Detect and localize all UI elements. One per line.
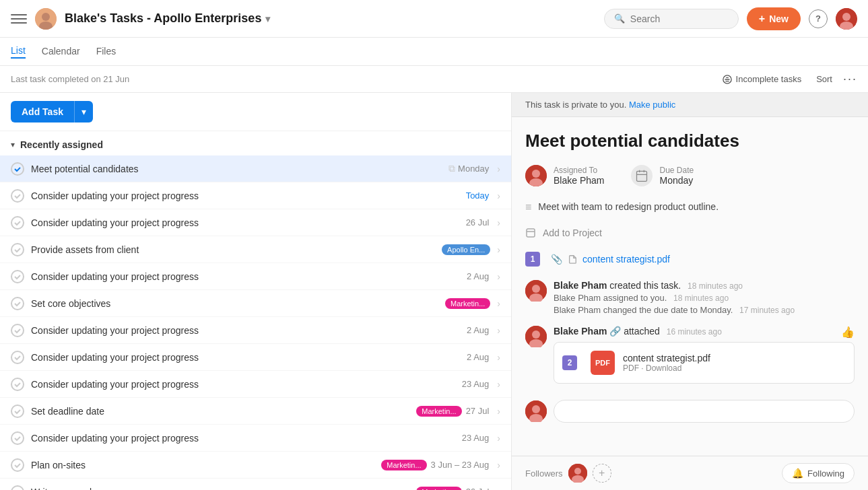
task-date: 26 Jul bbox=[466, 487, 490, 490]
assigned-to-field: Assigned To Blake Pham bbox=[525, 165, 604, 186]
detail-title: Meet potential candidates bbox=[525, 131, 855, 151]
task-date: 2 Aug bbox=[467, 352, 489, 362]
filter-button[interactable]: Incomplete tasks bbox=[723, 74, 802, 84]
task-check-icon[interactable] bbox=[11, 324, 24, 337]
task-row[interactable]: Set core objectives Marketin... › bbox=[0, 290, 511, 317]
check-icon bbox=[13, 461, 22, 469]
svg-rect-11 bbox=[527, 229, 535, 237]
paperclip-icon: 📎 bbox=[551, 254, 562, 265]
task-check-icon[interactable] bbox=[11, 297, 24, 310]
task-row[interactable]: Write proposal Marketin... 26 Jul › bbox=[0, 479, 511, 490]
task-name: Write proposal bbox=[31, 487, 416, 491]
activity-entry: Blake Pham created this task. 18 minutes… bbox=[525, 280, 855, 315]
svg-point-4 bbox=[842, 13, 850, 21]
description-section: ≡ Meet with team to redesign product out… bbox=[525, 200, 855, 214]
activity-content: Blake Pham created this task. 18 minutes… bbox=[554, 280, 855, 315]
task-check-icon[interactable] bbox=[11, 189, 24, 203]
tab-calendar[interactable]: Calendar bbox=[42, 46, 80, 58]
new-button[interactable]: + New bbox=[747, 7, 801, 30]
attachment-card-meta: PDF · Download bbox=[623, 363, 710, 373]
attachment-activity-content: Blake Pham 🔗 attached 16 minutes ago 👍 2… bbox=[554, 326, 855, 384]
task-row[interactable]: Set deadline date Marketin... 27 Jul › bbox=[0, 398, 511, 425]
search-box[interactable]: 🔍 bbox=[604, 9, 739, 29]
task-row[interactable]: Consider updating your project progress … bbox=[0, 344, 511, 371]
file-icon bbox=[568, 254, 577, 264]
svg-rect-10 bbox=[637, 171, 647, 181]
task-date: 27 Jul bbox=[466, 406, 490, 416]
add-task-label: Add Task bbox=[22, 106, 63, 117]
assignee-row: Assigned To Blake Pham Due Date Monday bbox=[525, 165, 855, 186]
attachment-card-info: content strategist.pdf PDF · Download bbox=[623, 353, 710, 373]
attachment-number2-badge: 2 bbox=[562, 355, 577, 370]
due-date-info: Due Date Monday bbox=[659, 166, 694, 186]
check-icon bbox=[13, 353, 22, 361]
task-check-icon[interactable] bbox=[11, 431, 24, 445]
page-title: Blake's Tasks - Apollo Enterprises ▾ bbox=[65, 11, 270, 26]
section-toggle[interactable]: ▾ bbox=[11, 140, 15, 149]
add-task-dropdown-button[interactable]: ▾ bbox=[74, 101, 93, 123]
add-follower-button[interactable]: + bbox=[593, 464, 611, 483]
sort-label: Sort bbox=[816, 74, 832, 84]
task-chevron-icon: › bbox=[497, 244, 500, 255]
task-name: Provide assets from client bbox=[31, 244, 442, 255]
statusbar: Last task completed on 21 Jun Incomplete… bbox=[0, 66, 868, 93]
attachment-card-name: content strategist.pdf bbox=[623, 353, 710, 363]
task-row[interactable]: Consider updating your project progress … bbox=[0, 263, 511, 290]
check-icon bbox=[13, 380, 22, 388]
attachment-activity-avatar bbox=[525, 326, 547, 347]
filter-label: Incomplete tasks bbox=[736, 74, 802, 84]
task-check-icon[interactable] bbox=[11, 270, 24, 283]
followers-bar: Followers + 🔔 Following bbox=[512, 456, 868, 490]
task-check-icon[interactable] bbox=[11, 458, 24, 472]
task-chevron-icon: › bbox=[497, 487, 500, 491]
left-panel: Add Task ▾ ▾ Recently assigned Meet pote… bbox=[0, 93, 512, 490]
task-row[interactable]: Consider updating your project progress … bbox=[0, 371, 511, 398]
task-check-icon[interactable] bbox=[11, 405, 24, 418]
task-row[interactable]: Provide assets from client Apollo En... … bbox=[0, 236, 511, 263]
svg-point-19 bbox=[532, 405, 540, 413]
due-date-value: Monday bbox=[659, 175, 693, 186]
like-icon[interactable]: 👍 bbox=[841, 326, 855, 339]
sort-button[interactable]: Sort bbox=[812, 74, 832, 84]
assignee-avatar bbox=[525, 165, 547, 186]
due-date-label: Due Date bbox=[659, 166, 694, 175]
search-input[interactable] bbox=[630, 13, 725, 24]
task-row[interactable]: Plan on-sites Marketin... 3 Jun – 23 Aug… bbox=[0, 452, 511, 479]
task-check-icon[interactable] bbox=[11, 351, 24, 364]
title-text: Blake's Tasks - Apollo Enterprises bbox=[65, 11, 261, 26]
task-name: Consider updating your project progress bbox=[31, 271, 467, 282]
help-button[interactable]: ? bbox=[809, 9, 828, 28]
user-avatar[interactable] bbox=[836, 8, 857, 30]
task-check-icon[interactable] bbox=[11, 243, 24, 256]
add-task-button[interactable]: Add Task bbox=[11, 101, 74, 123]
task-row[interactable]: Consider updating your project progress … bbox=[0, 317, 511, 344]
followers-label: Followers bbox=[525, 468, 563, 479]
help-label: ? bbox=[815, 13, 821, 24]
task-check-icon[interactable] bbox=[11, 216, 24, 230]
filter-icon bbox=[723, 75, 732, 84]
check-icon bbox=[13, 488, 22, 491]
task-list-container: ▾ Recently assigned Meet potential candi… bbox=[0, 131, 511, 490]
task-check-icon[interactable] bbox=[11, 162, 24, 176]
task-date: 26 Jul bbox=[466, 217, 490, 228]
task-check-icon[interactable] bbox=[11, 378, 24, 391]
attachment-card: 2 PDF content strategist.pdf PDF · Downl… bbox=[554, 342, 855, 384]
comment-input[interactable] bbox=[554, 400, 855, 423]
task-row[interactable]: Meet potential candidates ⧉ Monday › bbox=[0, 155, 511, 182]
more-options-button[interactable]: ··· bbox=[843, 72, 857, 86]
tab-files[interactable]: Files bbox=[96, 46, 116, 58]
add-to-project[interactable]: Add to Project bbox=[525, 228, 855, 238]
hamburger-menu[interactable] bbox=[11, 11, 27, 27]
task-row[interactable]: Consider updating your project progress … bbox=[0, 425, 511, 452]
following-button[interactable]: 🔔 Following bbox=[782, 463, 855, 483]
check-icon bbox=[13, 407, 22, 415]
tab-list[interactable]: List bbox=[11, 45, 26, 59]
attachment-activity-action: 🔗 attached bbox=[609, 326, 660, 337]
task-check-icon[interactable] bbox=[11, 485, 24, 491]
task-row[interactable]: Consider updating your project progress … bbox=[0, 209, 511, 236]
task-name: Consider updating your project progress bbox=[31, 217, 466, 228]
attachment-link[interactable]: content strategist.pdf bbox=[582, 254, 670, 265]
task-row[interactable]: Consider updating your project progress … bbox=[0, 182, 511, 209]
title-chevron-icon[interactable]: ▾ bbox=[265, 13, 270, 24]
make-public-link[interactable]: Make public bbox=[629, 100, 675, 110]
